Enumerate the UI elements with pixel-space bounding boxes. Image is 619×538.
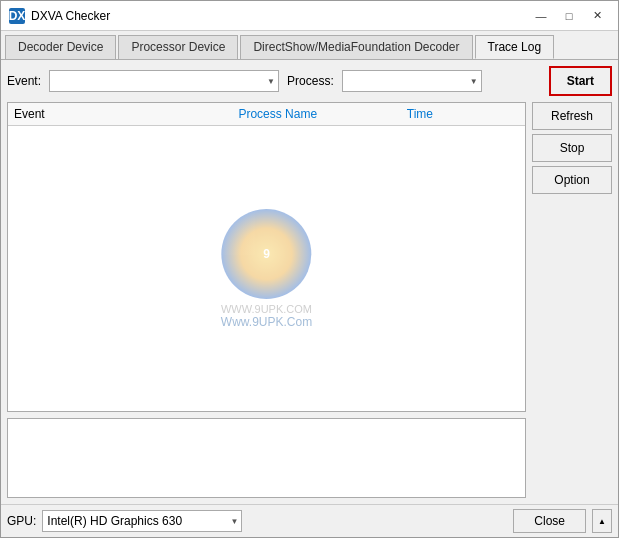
table-header: Event Process Name Time (8, 103, 525, 126)
tab-directshow[interactable]: DirectShow/MediaFoundation Decoder (240, 35, 472, 59)
main-window: DX DXVA Checker — □ ✕ Decoder Device Pro… (0, 0, 619, 538)
process-label: Process: (287, 74, 334, 88)
main-section: Event Process Name Time 9 WWW.9UPK.COM W… (7, 102, 612, 498)
window-title: DXVA Checker (31, 9, 110, 23)
gpu-dropdown-wrapper: Intel(R) HD Graphics 630 (42, 510, 242, 532)
process-dropdown[interactable] (342, 70, 482, 92)
title-controls: — □ ✕ (528, 6, 610, 26)
title-bar-left: DX DXVA Checker (9, 8, 110, 24)
title-bar: DX DXVA Checker — □ ✕ (1, 1, 618, 31)
option-button[interactable]: Option (532, 166, 612, 194)
watermark-top-text: WWW.9UPK.COM (221, 303, 312, 315)
refresh-button[interactable]: Refresh (532, 102, 612, 130)
table-body: 9 WWW.9UPK.COM Www.9UPK.Com (8, 126, 525, 411)
close-button[interactable]: Close (513, 509, 586, 533)
watermark-logo: 9 (221, 209, 311, 299)
event-dropdown[interactable] (49, 70, 279, 92)
stop-button[interactable]: Stop (532, 134, 612, 162)
app-icon: DX (9, 8, 25, 24)
content-area: Event: Process: Start Event (1, 60, 618, 504)
event-label: Event: (7, 74, 41, 88)
col-event-header: Event (14, 107, 238, 121)
close-window-button[interactable]: ✕ (584, 6, 610, 26)
controls-row: Event: Process: Start (7, 66, 612, 96)
tab-decoder[interactable]: Decoder Device (5, 35, 116, 59)
tab-bar: Decoder Device Processor Device DirectSh… (1, 31, 618, 60)
col-process-header: Process Name (238, 107, 406, 121)
gpu-label: GPU: (7, 514, 36, 528)
event-dropdown-wrapper (49, 70, 279, 92)
process-dropdown-wrapper (342, 70, 482, 92)
tab-tracelog[interactable]: Trace Log (475, 35, 555, 59)
side-buttons: Refresh Stop Option (532, 102, 612, 498)
text-output-area (7, 418, 526, 498)
maximize-button[interactable]: □ (556, 6, 582, 26)
gpu-dropdown[interactable]: Intel(R) HD Graphics 630 (42, 510, 242, 532)
bottom-bar: GPU: Intel(R) HD Graphics 630 Close ▲ (1, 504, 618, 537)
tab-processor[interactable]: Processor Device (118, 35, 238, 59)
start-button[interactable]: Start (549, 66, 612, 96)
watermark-bottom-text: Www.9UPK.Com (221, 315, 312, 329)
watermark: 9 WWW.9UPK.COM Www.9UPK.Com (221, 209, 312, 329)
minimize-button[interactable]: — (528, 6, 554, 26)
scroll-up-button[interactable]: ▲ (592, 509, 612, 533)
col-time-header: Time (407, 107, 519, 121)
event-table: Event Process Name Time 9 WWW.9UPK.COM W… (7, 102, 526, 412)
